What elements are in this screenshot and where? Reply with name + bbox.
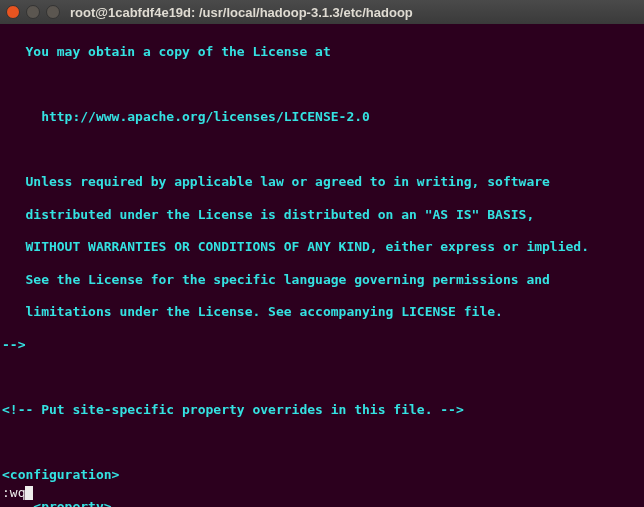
property-open: <property> — [2, 499, 638, 507]
window-titlebar: root@1cabfdf4e19d: /usr/local/hadoop-3.1… — [0, 0, 644, 24]
blank-line — [2, 77, 638, 93]
vim-command: :wq — [2, 485, 25, 500]
maximize-icon[interactable] — [46, 5, 60, 19]
license-line: You may obtain a copy of the License at — [2, 44, 638, 60]
window-title: root@1cabfdf4e19d: /usr/local/hadoop-3.1… — [70, 5, 413, 20]
license-url: http://www.apache.org/licenses/LICENSE-2… — [2, 109, 638, 125]
blank-line — [2, 434, 638, 450]
site-comment: <!-- Put site-specific property override… — [2, 402, 638, 418]
blank-line — [2, 369, 638, 385]
license-line: Unless required by applicable law or agr… — [2, 174, 638, 190]
blank-line — [2, 142, 638, 158]
vim-command-line[interactable]: :wq — [2, 485, 33, 501]
minimize-icon[interactable] — [26, 5, 40, 19]
license-line: WITHOUT WARRANTIES OR CONDITIONS OF ANY … — [2, 239, 638, 255]
license-line: See the License for the specific languag… — [2, 272, 638, 288]
comment-close: --> — [2, 337, 638, 353]
close-icon[interactable] — [6, 5, 20, 19]
license-line: limitations under the License. See accom… — [2, 304, 638, 320]
configuration-open: <configuration> — [2, 467, 638, 483]
license-line: distributed under the License is distrib… — [2, 207, 638, 223]
cursor-icon — [25, 486, 33, 500]
terminal-viewport[interactable]: You may obtain a copy of the License at … — [0, 24, 644, 507]
